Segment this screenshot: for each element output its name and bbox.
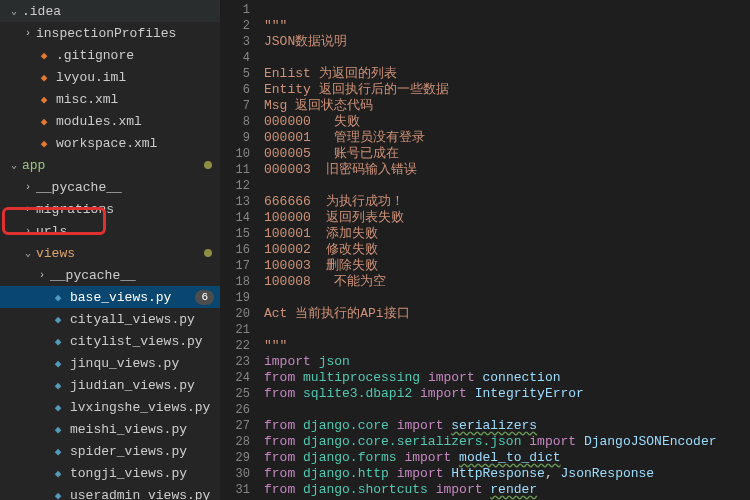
tree-item-label: jiudian_views.py: [70, 378, 220, 393]
tree-item-modules-xml[interactable]: ◆modules.xml: [0, 110, 220, 132]
code-line[interactable]: 100003 删除失败: [264, 258, 750, 274]
tree-item-migrations[interactable]: ›migrations: [0, 198, 220, 220]
line-number: 8: [220, 114, 250, 130]
code-line[interactable]: Msg 返回状态代码: [264, 98, 750, 114]
code-line[interactable]: 000001 管理员没有登录: [264, 130, 750, 146]
code-content[interactable]: """JSON数据说明 Enlist 为返回的列表Entity 返回执行后的一些…: [264, 0, 750, 500]
py-icon: ◆: [50, 423, 66, 436]
code-line[interactable]: 666666 为执行成功！: [264, 194, 750, 210]
line-number: 30: [220, 466, 250, 482]
code-line[interactable]: import json: [264, 354, 750, 370]
code-line[interactable]: from django.shortcuts import render: [264, 482, 750, 498]
tree-item-inspectionProfiles[interactable]: ›inspectionProfiles: [0, 22, 220, 44]
tree-item-jiudian-views-py[interactable]: ◆jiudian_views.py: [0, 374, 220, 396]
tree-item-views[interactable]: ⌄views: [0, 242, 220, 264]
line-number: 18: [220, 274, 250, 290]
tree-item-tongji-views-py[interactable]: ◆tongji_views.py: [0, 462, 220, 484]
tree-item-lvyou-iml[interactable]: ◆lvyou.iml: [0, 66, 220, 88]
py-icon: ◆: [50, 379, 66, 392]
tree-item-urls[interactable]: ›urls: [0, 220, 220, 242]
tree-item-label: __pycache__: [50, 268, 220, 283]
tree-item-useradmin-views-py[interactable]: ◆useradmin_views.py: [0, 484, 220, 500]
tree-item-label: .idea: [22, 4, 220, 19]
line-number: 2: [220, 18, 250, 34]
code-line[interactable]: from django.http import HttpResponse, Js…: [264, 466, 750, 482]
code-line[interactable]: [264, 2, 750, 18]
py-icon: ◆: [50, 335, 66, 348]
xml-icon: ◆: [36, 49, 52, 62]
xml-icon: ◆: [36, 137, 52, 150]
py-icon: ◆: [50, 467, 66, 480]
modified-dot-icon: [204, 161, 212, 169]
tree-item--pycache-[interactable]: ›__pycache__: [0, 264, 220, 286]
code-line[interactable]: """: [264, 338, 750, 354]
code-line[interactable]: [264, 178, 750, 194]
tree-item-label: lvyou.iml: [56, 70, 220, 85]
modified-dot-icon: [204, 249, 212, 257]
tree-item-app[interactable]: ⌄app: [0, 154, 220, 176]
code-line[interactable]: from multiprocessing import connection: [264, 370, 750, 386]
tree-item-cityall-views-py[interactable]: ◆cityall_views.py: [0, 308, 220, 330]
chevron-right-icon[interactable]: ›: [20, 226, 36, 237]
tree-item-spider-views-py[interactable]: ◆spider_views.py: [0, 440, 220, 462]
line-number: 25: [220, 386, 250, 402]
code-line[interactable]: 100001 添加失败: [264, 226, 750, 242]
tree-item--idea[interactable]: ⌄.idea: [0, 0, 220, 22]
tree-item-label: workspace.xml: [56, 136, 220, 151]
code-line[interactable]: from sqlite3.dbapi2 import IntegrityErro…: [264, 386, 750, 402]
tree-item-label: tongji_views.py: [70, 466, 220, 481]
line-number: 26: [220, 402, 250, 418]
code-line[interactable]: 100008 不能为空: [264, 274, 750, 290]
chevron-down-icon[interactable]: ⌄: [20, 247, 36, 259]
tree-item-label: jinqu_views.py: [70, 356, 220, 371]
code-line[interactable]: from django.core.serializers.json import…: [264, 434, 750, 450]
xml-icon: ◆: [36, 115, 52, 128]
modification-badge: 6: [195, 290, 214, 305]
code-line[interactable]: [264, 290, 750, 306]
tree-item-jinqu-views-py[interactable]: ◆jinqu_views.py: [0, 352, 220, 374]
line-number: 11: [220, 162, 250, 178]
tree-item--pycache-[interactable]: ›__pycache__: [0, 176, 220, 198]
code-line[interactable]: Entity 返回执行后的一些数据: [264, 82, 750, 98]
tree-item--gitignore[interactable]: ◆.gitignore: [0, 44, 220, 66]
tree-item-citylist-views-py[interactable]: ◆citylist_views.py: [0, 330, 220, 352]
code-line[interactable]: 100000 返回列表失败: [264, 210, 750, 226]
code-line[interactable]: 100002 修改失败: [264, 242, 750, 258]
line-number: 4: [220, 50, 250, 66]
file-explorer[interactable]: ⌄.idea›inspectionProfiles◆.gitignore◆lvy…: [0, 0, 220, 500]
code-line[interactable]: [264, 402, 750, 418]
tree-item-misc-xml[interactable]: ◆misc.xml: [0, 88, 220, 110]
code-line[interactable]: Enlist 为返回的列表: [264, 66, 750, 82]
code-line[interactable]: from django.core import serializers: [264, 418, 750, 434]
line-number: 22: [220, 338, 250, 354]
chevron-down-icon[interactable]: ⌄: [6, 5, 22, 17]
line-number: 28: [220, 434, 250, 450]
chevron-right-icon[interactable]: ›: [20, 28, 36, 39]
tree-item-label: inspectionProfiles: [36, 26, 220, 41]
line-number: 31: [220, 482, 250, 498]
code-line[interactable]: 000005 账号已成在: [264, 146, 750, 162]
line-number: 9: [220, 130, 250, 146]
tree-item-label: urls: [36, 224, 220, 239]
line-number-gutter: 1234567891011121314151617181920212223242…: [220, 0, 264, 500]
code-line[interactable]: [264, 50, 750, 66]
tree-item-workspace-xml[interactable]: ◆workspace.xml: [0, 132, 220, 154]
line-number: 6: [220, 82, 250, 98]
py-icon: ◆: [50, 313, 66, 326]
code-line[interactable]: JSON数据说明: [264, 34, 750, 50]
chevron-right-icon[interactable]: ›: [20, 182, 36, 193]
chevron-right-icon[interactable]: ›: [20, 204, 36, 215]
code-line[interactable]: 000000 失败: [264, 114, 750, 130]
code-line[interactable]: [264, 322, 750, 338]
code-line[interactable]: """: [264, 18, 750, 34]
tree-item-base-views-py[interactable]: ◆base_views.py6: [0, 286, 220, 308]
code-line[interactable]: Act 当前执行的APi接口: [264, 306, 750, 322]
code-line[interactable]: from django.forms import model_to_dict: [264, 450, 750, 466]
chevron-right-icon[interactable]: ›: [34, 270, 50, 281]
tree-item-meishi-views-py[interactable]: ◆meishi_views.py: [0, 418, 220, 440]
code-editor[interactable]: 1234567891011121314151617181920212223242…: [220, 0, 750, 500]
line-number: 13: [220, 194, 250, 210]
code-line[interactable]: 000003 旧密码输入错误: [264, 162, 750, 178]
tree-item-lvxingshe-views-py[interactable]: ◆lvxingshe_views.py: [0, 396, 220, 418]
chevron-down-icon[interactable]: ⌄: [6, 159, 22, 171]
